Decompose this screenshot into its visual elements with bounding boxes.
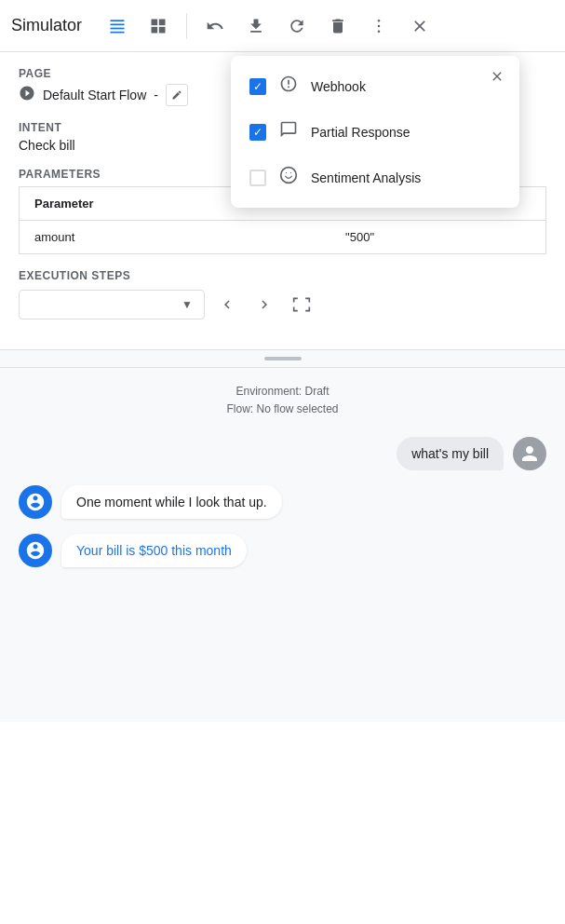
env-line2: Flow: No flow selected bbox=[19, 401, 546, 418]
refresh-button[interactable] bbox=[280, 9, 314, 43]
chat-area: what's my bill One moment while I look t… bbox=[19, 437, 546, 567]
svg-rect-3 bbox=[111, 31, 125, 33]
webhook-label: Webhook bbox=[311, 79, 366, 94]
svg-rect-6 bbox=[152, 26, 158, 33]
param-cell: amount bbox=[20, 221, 331, 254]
simulator-panel: Environment: Draft Flow: No flow selecte… bbox=[0, 368, 565, 722]
dropdown-item-webhook[interactable]: ✓ Webhook bbox=[231, 63, 519, 109]
svg-rect-2 bbox=[111, 27, 125, 29]
chevron-down-icon: ▼ bbox=[182, 298, 193, 311]
svg-point-8 bbox=[378, 19, 381, 21]
next-step-button[interactable] bbox=[249, 290, 279, 319]
flow-icon bbox=[19, 85, 35, 106]
svg-rect-1 bbox=[111, 23, 125, 25]
execution-section: Execution steps ▼ bbox=[19, 269, 546, 319]
toolbar: Simulator bbox=[0, 0, 565, 52]
download-button[interactable] bbox=[239, 9, 273, 43]
flow-edit-button[interactable] bbox=[166, 84, 188, 106]
sentiment_analysis-label: Sentiment Analysis bbox=[311, 170, 421, 185]
svg-point-9 bbox=[378, 24, 381, 27]
undo-button[interactable] bbox=[198, 9, 232, 43]
flow-name: Default Start Flow bbox=[43, 88, 146, 102]
user-bubble: what's my bill bbox=[397, 437, 504, 470]
focus-step-button[interactable] bbox=[287, 290, 316, 319]
bot-avatar bbox=[19, 534, 52, 567]
partial_response-icon bbox=[279, 120, 298, 143]
svg-point-10 bbox=[378, 30, 381, 33]
bot-bubble: One moment while I look that up. bbox=[61, 485, 282, 519]
checkbox-webhook[interactable]: ✓ bbox=[249, 78, 266, 95]
flow-separator: - bbox=[154, 88, 158, 102]
dropdown-item-partial_response[interactable]: ✓ Partial Response bbox=[231, 109, 519, 155]
env-line1: Environment: Draft bbox=[19, 383, 546, 401]
svg-rect-4 bbox=[152, 19, 158, 25]
user-avatar bbox=[513, 437, 546, 470]
svg-rect-0 bbox=[111, 20, 125, 21]
execution-section-label: Execution steps bbox=[19, 269, 546, 282]
divider-handle bbox=[264, 357, 302, 360]
svg-rect-7 bbox=[159, 26, 166, 33]
bot-bubble: Your bill is $500 this month bbox=[61, 534, 247, 567]
webhook-icon bbox=[279, 75, 298, 98]
svg-point-11 bbox=[281, 168, 297, 183]
bot-avatar bbox=[19, 485, 52, 519]
checkbox-sentiment_analysis[interactable] bbox=[249, 170, 266, 186]
list-view-button[interactable] bbox=[101, 9, 134, 43]
feature-dropdown: ✓ Webhook ✓ Partial Response Sentiment A… bbox=[231, 56, 519, 208]
bot-message-row: One moment while I look that up. bbox=[19, 485, 546, 519]
execution-row: ▼ bbox=[19, 290, 546, 319]
dropdown-item-sentiment_analysis[interactable]: Sentiment Analysis bbox=[231, 155, 519, 200]
sentiment_analysis-icon bbox=[279, 166, 298, 189]
table-row: amount "500" bbox=[20, 221, 546, 254]
execution-dropdown[interactable]: ▼ bbox=[19, 290, 205, 319]
bot-message-row: Your bill is $500 this month bbox=[19, 534, 546, 567]
environment-info: Environment: Draft Flow: No flow selecte… bbox=[19, 383, 546, 418]
panel-divider[interactable] bbox=[0, 349, 565, 368]
svg-rect-5 bbox=[159, 19, 166, 25]
delete-button[interactable] bbox=[321, 9, 355, 43]
value-cell: "500" bbox=[330, 221, 545, 254]
checkbox-partial_response[interactable]: ✓ bbox=[249, 124, 266, 141]
more-button[interactable] bbox=[362, 9, 396, 43]
dropdown-close-button[interactable] bbox=[484, 63, 510, 89]
prev-step-button[interactable] bbox=[212, 290, 242, 319]
user-message-row: what's my bill bbox=[19, 437, 546, 470]
toolbar-divider-1 bbox=[186, 13, 187, 39]
partial_response-label: Partial Response bbox=[311, 125, 410, 140]
grid-view-button[interactable] bbox=[141, 9, 175, 43]
app-title: Simulator bbox=[11, 16, 82, 35]
close-button[interactable] bbox=[403, 9, 437, 43]
